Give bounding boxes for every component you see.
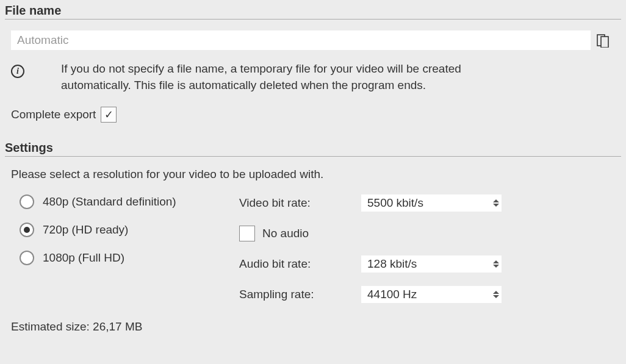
complete-export-label: Complete export [11,108,96,121]
radio-icon [20,251,34,265]
spinner-buttons[interactable] [493,291,499,298]
complete-export-checkbox[interactable]: ✓ [101,107,117,123]
check-icon: ✓ [104,109,113,120]
chevron-down-icon [493,204,499,207]
audio-bitrate-label: Audio bit rate: [239,255,361,273]
file-name-input[interactable] [11,30,591,50]
spinner-buttons[interactable] [493,260,499,268]
resolution-label: 1080p (Full HD) [43,251,124,265]
info-icon: i [11,65,24,78]
chevron-down-icon [493,295,499,298]
no-audio-label: No audio [262,227,309,240]
audio-bitrate-spinner[interactable]: 128 kbit/s [361,255,502,273]
video-bitrate-value: 5500 kbit/s [367,196,423,210]
settings-heading: Settings [5,141,621,157]
browse-button[interactable] [591,30,615,50]
file-name-heading: File name [5,4,621,20]
settings-intro-text: Please select a resolution for your vide… [11,168,615,181]
spinner-buttons[interactable] [493,199,499,207]
no-audio-checkbox[interactable] [239,226,255,241]
resolution-label: 720p (HD ready) [43,223,128,237]
radio-icon [20,194,34,209]
resolution-radio-720p[interactable]: 720p (HD ready) [20,223,239,237]
chevron-up-icon [493,291,499,294]
sampling-rate-value: 44100 Hz [367,288,417,301]
svg-rect-1 [601,37,608,48]
video-bitrate-spinner[interactable]: 5500 kbit/s [361,194,502,212]
radio-icon [20,223,34,237]
sampling-rate-spinner[interactable]: 44100 Hz [361,286,502,303]
video-bitrate-label: Video bit rate: [239,194,361,212]
sampling-rate-label: Sampling rate: [239,286,361,303]
chevron-up-icon [493,260,499,263]
estimated-size-label: Estimated size: 26,17 MB [11,320,615,334]
chevron-up-icon [493,199,499,202]
file-name-info-text: If you do not specify a file name, a tem… [61,61,525,93]
chevron-down-icon [493,265,499,268]
resolution-label: 480p (Standard definition) [43,195,176,209]
resolution-radio-480p[interactable]: 480p (Standard definition) [20,194,239,209]
audio-bitrate-value: 128 kbit/s [367,257,417,271]
folder-file-icon [595,33,610,48]
resolution-radio-1080p[interactable]: 1080p (Full HD) [20,251,239,265]
